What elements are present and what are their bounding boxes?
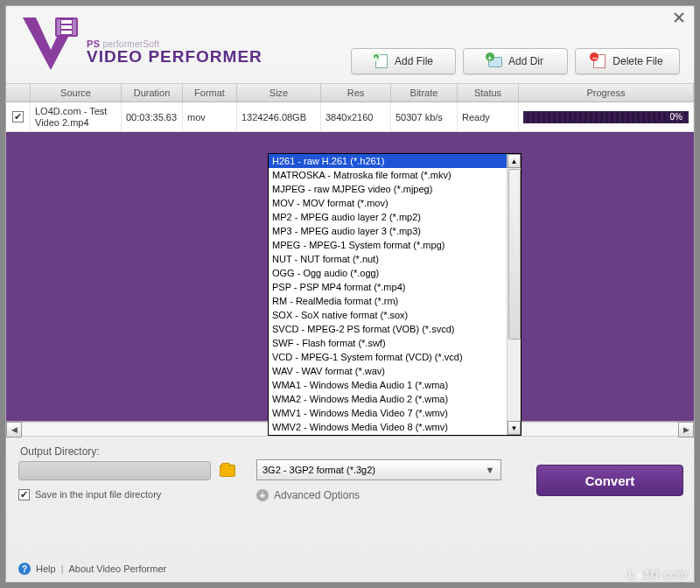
browse-folder-button[interactable] <box>216 461 239 480</box>
dropdown-item[interactable]: MP3 - MPEG audio layer 3 (*.mp3) <box>269 224 507 238</box>
help-icon: ? <box>18 563 31 575</box>
scroll-left-icon[interactable]: ◀ <box>6 422 22 438</box>
help-link[interactable]: Help <box>36 564 56 574</box>
dropdown-item[interactable]: PSP - PSP MP4 format (*.mp4) <box>269 280 507 294</box>
folder-icon <box>220 465 235 477</box>
scroll-right-icon[interactable]: ▶ <box>678 422 694 438</box>
dropdown-item[interactable]: NUT - NUT format (*.nut) <box>269 252 507 266</box>
dropdown-item[interactable]: WAV - WAV format (*.wav) <box>269 364 507 378</box>
cell-status: Ready <box>458 102 519 131</box>
cell-source: LO4D.com - Test Video 2.mp4 <box>31 102 122 131</box>
col-size[interactable]: Size <box>237 84 321 102</box>
add-dir-icon: + <box>487 54 503 68</box>
col-bitrate[interactable]: Bitrate <box>391 84 458 102</box>
output-dir-label: Output Directory: <box>18 445 239 458</box>
delete-file-label: Delete File <box>612 55 662 67</box>
convert-button[interactable]: Convert <box>536 465 683 496</box>
watermark: L4D.com <box>628 568 688 581</box>
footer-separator: | <box>61 564 64 574</box>
add-dir-label: Add Dir <box>508 55 543 67</box>
app-logo: PS performerSoft VIDEO PERFORMER <box>20 15 262 73</box>
save-in-input-label: Save in the input file directory <box>35 489 161 500</box>
advanced-options-label: Advanced Options <box>274 489 360 501</box>
dropdown-item[interactable]: MOV - MOV format (*.mov) <box>269 196 507 210</box>
dropdown-item[interactable]: RM - RealMedia format (*.rm) <box>269 294 507 308</box>
close-icon[interactable] <box>671 10 687 25</box>
cell-format: mov <box>183 102 237 131</box>
logo-v-icon <box>20 15 81 73</box>
table-row[interactable]: ✔ LO4D.com - Test Video 2.mp4 00:03:35.6… <box>6 102 694 132</box>
svg-rect-3 <box>61 20 72 24</box>
save-in-input-checkbox[interactable]: ✔ <box>18 489 30 500</box>
dropdown-item[interactable]: WMV1 - Windows Media Video 7 (*.wmv) <box>269 406 507 420</box>
dropdown-item[interactable]: MJPEG - raw MJPEG video (*.mjpeg) <box>269 182 507 196</box>
col-format[interactable]: Format <box>183 84 237 102</box>
progress-bar: 0% <box>523 111 689 123</box>
delete-file-icon: − <box>592 54 607 68</box>
cell-res: 3840x2160 <box>321 102 391 131</box>
bottom-panel: Output Directory: ✔ Save in the input fi… <box>6 437 694 501</box>
format-select-value: 3G2 - 3GP2 format (*.3g2) <box>262 465 375 475</box>
toolbar: + Add File + Add Dir − Delete File <box>351 15 680 74</box>
cell-duration: 00:03:35.63 <box>122 102 183 131</box>
col-source[interactable]: Source <box>31 84 122 102</box>
scroll-thumb[interactable] <box>508 169 521 340</box>
scroll-up-icon[interactable]: ▲ <box>508 154 521 168</box>
add-file-label: Add File <box>395 55 433 67</box>
col-checkbox <box>6 84 31 102</box>
dropdown-item[interactable]: OGG - Ogg audio (*.ogg) <box>269 266 507 280</box>
col-res[interactable]: Res <box>321 84 391 102</box>
dropdown-item[interactable]: VCD - MPEG-1 System format (VCD) (*.vcd) <box>269 350 507 364</box>
format-select[interactable]: 3G2 - 3GP2 format (*.3g2) ▼ <box>256 459 501 480</box>
add-file-icon: + <box>374 54 389 68</box>
dropdown-item[interactable]: SWF - Flash format (*.swf) <box>269 336 507 350</box>
about-link[interactable]: About Video Performer <box>68 564 166 574</box>
dropdown-item[interactable]: WMA2 - Windows Media Audio 2 (*.wma) <box>269 392 507 406</box>
scroll-down-icon[interactable]: ▼ <box>508 421 521 435</box>
add-file-button[interactable]: + Add File <box>351 48 456 74</box>
advanced-options-toggle[interactable]: + Advanced Options <box>256 489 501 501</box>
col-progress[interactable]: Progress <box>519 84 694 102</box>
header-bar: PS performerSoft VIDEO PERFORMER + Add F… <box>6 6 694 83</box>
output-dir-input[interactable] <box>18 461 211 480</box>
dropdown-item[interactable]: WMA1 - Windows Media Audio 1 (*.wma) <box>269 378 507 392</box>
footer: ? Help | About Video Performer <box>18 563 682 575</box>
svg-rect-5 <box>61 31 72 34</box>
dropdown-item[interactable]: WMV2 - Windows Media Video 8 (*.wmv) <box>269 420 507 434</box>
dropdown-item[interactable]: H261 - raw H.261 (*.h261) <box>269 154 507 168</box>
plus-icon: + <box>256 489 269 501</box>
dropdown-item[interactable]: MPEG - MPEG-1 System format (*.mpg) <box>269 238 507 252</box>
delete-file-button[interactable]: − Delete File <box>575 48 680 74</box>
dropdown-scrollbar[interactable]: ▲ ▼ <box>507 154 521 435</box>
svg-rect-4 <box>61 25 72 29</box>
dropdown-item[interactable]: MATROSKA - Matroska file format (*.mkv) <box>269 168 507 182</box>
format-dropdown-list[interactable]: H261 - raw H.261 (*.h261)MATROSKA - Matr… <box>268 153 522 436</box>
table-header: Source Duration Format Size Res Bitrate … <box>6 83 694 102</box>
row-checkbox[interactable]: ✔ <box>12 111 24 122</box>
dropdown-item[interactable]: SOX - SoX native format (*.sox) <box>269 308 507 322</box>
col-status[interactable]: Status <box>458 84 519 102</box>
svg-rect-2 <box>73 19 76 35</box>
add-dir-button[interactable]: + Add Dir <box>463 48 568 74</box>
col-duration[interactable]: Duration <box>122 84 183 102</box>
dropdown-item[interactable]: MP2 - MPEG audio layer 2 (*.mp2) <box>269 210 507 224</box>
svg-rect-1 <box>57 19 60 35</box>
chevron-down-icon: ▼ <box>483 464 497 476</box>
cell-size: 1324246.08GB <box>237 102 321 131</box>
cell-bitrate: 50307 kb/s <box>391 102 458 131</box>
logo-title: VIDEO PERFORMER <box>87 47 262 66</box>
dropdown-item[interactable]: SVCD - MPEG-2 PS format (VOB) (*.svcd) <box>269 322 507 336</box>
